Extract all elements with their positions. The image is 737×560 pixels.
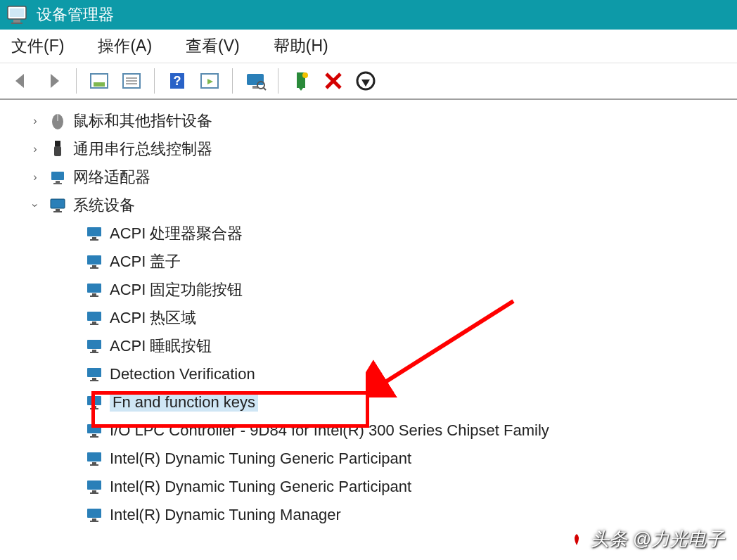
- tree-node-label: 鼠标和其他指针设备: [73, 110, 212, 132]
- tree-node-label: Intel(R) Dynamic Tuning Manager: [110, 506, 341, 524]
- system-devices-children: ACPI 处理器聚合器 ACPI 盖子 ACPI 固定功能按钮 ACPI 热区域…: [84, 219, 737, 529]
- monitor-icon: [84, 449, 104, 469]
- tree-node-label: 系统设备: [73, 195, 135, 216]
- svg-line-17: [263, 87, 266, 90]
- menu-bar: 文件(F) 操作(A) 查看(V) 帮助(H): [0, 30, 737, 63]
- svg-rect-3: [11, 23, 23, 24]
- expand-icon[interactable]: ›: [28, 115, 42, 127]
- tree-child-item[interactable]: ACPI 固定功能按钮: [84, 276, 737, 304]
- menu-help[interactable]: 帮助(H): [274, 35, 328, 57]
- device-tree: › 鼠标和其他指针设备 › 通用串行总线控制器 › 网络适配器 › 系统设备 A…: [0, 100, 737, 529]
- tree-node-system-devices[interactable]: › 系统设备: [28, 191, 737, 219]
- collapse-icon[interactable]: ›: [29, 198, 41, 212]
- svg-rect-50: [90, 352, 98, 353]
- scan-button[interactable]: [196, 67, 224, 95]
- monitor-icon: [84, 252, 104, 272]
- svg-rect-62: [90, 464, 98, 466]
- svg-point-20: [302, 72, 308, 78]
- svg-rect-65: [90, 492, 98, 494]
- svg-rect-67: [92, 518, 96, 521]
- svg-rect-52: [92, 378, 96, 380]
- tree-node-usb[interactable]: › 通用串行总线控制器: [28, 135, 737, 163]
- svg-marker-24: [361, 79, 370, 87]
- tree-child-item[interactable]: Intel(R) Dynamic Tuning Manager: [84, 501, 737, 529]
- uninstall-button[interactable]: [319, 67, 347, 95]
- svg-rect-47: [90, 324, 98, 325]
- toolbar: ?: [0, 63, 737, 100]
- monitor-icon: [84, 224, 104, 243]
- svg-rect-5: [94, 82, 105, 87]
- svg-rect-49: [92, 350, 96, 352]
- tree-child-item[interactable]: ACPI 睡眠按钮: [84, 332, 737, 360]
- tree-node-network[interactable]: › 网络适配器: [28, 163, 737, 191]
- expand-icon[interactable]: ›: [28, 171, 42, 184]
- svg-rect-66: [87, 509, 101, 518]
- menu-view[interactable]: 查看(V): [186, 35, 240, 57]
- usb-icon: [48, 139, 68, 159]
- tree-node-label: 通用串行总线控制器: [73, 139, 212, 160]
- svg-marker-13: [207, 79, 213, 84]
- svg-rect-56: [90, 408, 98, 409]
- monitor-icon: [84, 393, 104, 412]
- svg-rect-53: [90, 380, 98, 381]
- svg-rect-60: [87, 452, 101, 462]
- svg-rect-45: [87, 312, 101, 321]
- forward-button[interactable]: [39, 67, 68, 95]
- svg-rect-40: [92, 265, 96, 267]
- svg-rect-46: [92, 322, 96, 324]
- tree-child-item[interactable]: ACPI 热区域: [84, 304, 737, 332]
- svg-rect-38: [90, 239, 98, 241]
- tree-child-fn-keys[interactable]: Fn and function keys: [84, 388, 737, 416]
- svg-rect-2: [13, 20, 20, 23]
- watermark-logo-icon: [567, 530, 587, 549]
- toolbar-separator: [232, 68, 233, 94]
- svg-text:?: ?: [174, 74, 181, 88]
- tree-node-label: ACPI 盖子: [110, 251, 181, 272]
- svg-rect-31: [53, 183, 62, 184]
- svg-rect-59: [90, 436, 98, 438]
- tree-node-mouse[interactable]: › 鼠标和其他指针设备: [28, 107, 737, 135]
- expand-icon[interactable]: ›: [28, 143, 42, 155]
- update-driver-button[interactable]: [287, 67, 315, 95]
- svg-rect-32: [51, 199, 65, 208]
- monitor-icon: [84, 280, 104, 300]
- svg-rect-41: [90, 267, 98, 269]
- svg-rect-28: [54, 146, 61, 156]
- svg-rect-1: [10, 8, 24, 17]
- svg-rect-64: [92, 490, 96, 492]
- svg-rect-30: [56, 181, 60, 183]
- menu-action[interactable]: 操作(A): [98, 35, 152, 57]
- tree-child-item[interactable]: Detection Verification: [84, 360, 737, 388]
- monitor-icon: [84, 477, 104, 497]
- tree-child-item[interactable]: I/O LPC Controller - 9D84 for Intel(R) 3…: [84, 416, 737, 445]
- tree-child-item[interactable]: Intel(R) Dynamic Tuning Generic Particip…: [84, 473, 737, 501]
- tree-child-item[interactable]: ACPI 处理器聚合器: [84, 219, 737, 248]
- monitor-tool-button[interactable]: [241, 67, 269, 95]
- svg-rect-36: [87, 227, 101, 236]
- properties-button[interactable]: [117, 67, 146, 95]
- svg-rect-55: [92, 406, 96, 408]
- svg-rect-58: [92, 434, 96, 436]
- tree-child-item[interactable]: ACPI 盖子: [84, 248, 737, 276]
- menu-file[interactable]: 文件(F): [11, 35, 64, 57]
- svg-rect-14: [247, 74, 264, 85]
- tree-child-item[interactable]: Intel(R) Dynamic Tuning Generic Particip…: [84, 445, 737, 473]
- watermark-text: 头条 @力光电子: [591, 527, 724, 552]
- disable-button[interactable]: [352, 67, 380, 95]
- toolbar-separator: [278, 68, 278, 94]
- tree-node-label: Intel(R) Dynamic Tuning Generic Particip…: [110, 478, 411, 496]
- help-button[interactable]: ?: [163, 67, 191, 95]
- show-hidden-button[interactable]: [85, 67, 113, 95]
- svg-rect-63: [87, 481, 101, 490]
- monitor-icon: [84, 364, 104, 384]
- monitor-icon: [84, 308, 104, 328]
- svg-rect-35: [53, 211, 62, 212]
- back-button[interactable]: [7, 67, 35, 95]
- network-icon: [48, 167, 68, 187]
- tree-node-label: ACPI 热区域: [110, 307, 196, 329]
- mouse-icon: [48, 111, 68, 131]
- svg-rect-48: [87, 340, 101, 349]
- svg-rect-34: [56, 209, 60, 211]
- tree-node-label: Fn and function keys: [110, 393, 258, 412]
- tree-node-label: ACPI 处理器聚合器: [110, 223, 243, 244]
